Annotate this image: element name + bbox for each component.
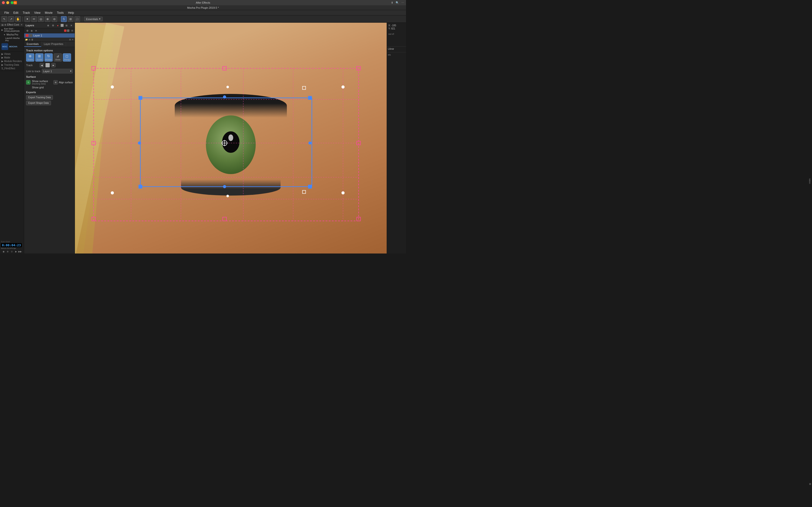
close-button[interactable] [2,1,5,4]
track-btn-scale[interactable]: ⊞ Scale [35,53,44,62]
track-btn-persp[interactable]: ◻ Persp [63,53,71,62]
ae-timecode-row: Eye-Start [1,240,23,243]
panel-folder-icon[interactable]: 📁 [25,38,28,41]
inner-corner-bl [139,185,142,188]
layer-color-icon[interactable]: ● [56,23,60,27]
menu-track[interactable]: Track [21,11,32,15]
ae-ctrl-1[interactable]: ◉ [2,250,5,253]
align-surface-icon[interactable]: ⊞ [53,80,58,84]
panel-close-icon[interactable]: ✕ [20,23,22,26]
panel-copy-icon[interactable]: ⊞ [29,38,31,41]
toolbar-planar-track[interactable]: S [61,16,67,22]
layer-expand-icon[interactable]: ⊞ [71,30,73,32]
ae-eye-start-item[interactable]: ▶ Eye-Start - FP001450PD05 [0,27,24,33]
maximize-button[interactable] [11,1,13,4]
export-shape-data-button[interactable]: Export Shape Data [26,101,51,105]
viewport[interactable] [75,23,387,253]
ae-ctrl-4[interactable]: ▶ [14,250,18,253]
ae-panel-icons: ▤ ⚙ [1,24,6,26]
track-btn-rotate[interactable]: ↻ Rotate [45,53,53,62]
white-corner-br [342,191,345,194]
matte-section[interactable]: ▶ Matte [0,56,24,59]
ae-ctrl-3[interactable]: ⊙ [10,250,13,253]
track-forward-btn[interactable]: ▶ [51,63,56,67]
library-label[interactable]: Librar [388,48,405,50]
views-section[interactable]: ▶ Views [0,52,24,56]
layer-1-row[interactable]: Layer 1 [24,33,75,38]
toolbar-grid-warp[interactable]: ⊞ [68,16,73,22]
menu-file[interactable]: File [2,11,11,15]
ae-fps: 23.976 fps [7,247,16,249]
controls-icon[interactable]: ⋯ [401,1,404,4]
sidebar-divider-2 [0,71,24,71]
layer-gear-icon[interactable]: ⚙ [51,23,55,27]
rotate-label: Rotate [45,58,52,61]
launch-mocha-label: Launch Mocha Pro [5,37,22,42]
window-controls[interactable] [2,1,13,4]
panel-trash-icon[interactable]: 🗑 [31,38,33,41]
toolbar-camera[interactable]: 🎥 [74,16,80,22]
toolbar-remove-point[interactable]: ⊖ [51,16,57,22]
ae-ctrl-5[interactable]: ▶▶ [18,250,22,253]
ae-sidebar: ▤ ⚙ Effect Cont ✕ ▶ Eye-Start - FP001450… [0,23,24,253]
toolbar-add-point[interactable]: ⊕ [45,16,51,22]
mocha-name: MOCHA [9,45,17,48]
export-tracking-data-button[interactable]: Export Tracking Data [26,95,53,100]
s-film-section[interactable]: S_FilmEffect [0,67,24,70]
tab-layer-properties[interactable]: Layer Properties [41,42,66,47]
menu-view[interactable]: View [33,11,43,15]
x-coord: X: -185 [388,24,405,27]
link-to-track-dropdown[interactable]: Layer 1 ▾ [42,69,73,73]
layer-swatch-icon[interactable] [61,24,63,27]
ae-launch-mocha-item[interactable]: Launch Mocha Pro [0,37,24,42]
toolbar-pen-tool[interactable]: ✏ [31,16,37,22]
track-backward-btn[interactable]: ◀ [40,63,44,67]
layer-tool-2[interactable]: ⊕ [30,29,33,32]
share-icon[interactable]: ⬆ [391,1,393,4]
toolbar-create-shape[interactable]: ✦ [24,16,30,22]
inner-corner-tr [308,96,312,100]
views-label: Views [4,53,11,55]
layer-tool-3[interactable]: ✕ [34,29,38,32]
module-renders-section[interactable]: ▶ Module Renders [0,59,24,63]
menu-edit[interactable]: Edit [11,11,20,15]
right-effects-section: ets [387,52,406,57]
toolbar-pan-tool[interactable]: ✋ [15,16,21,22]
search-icon[interactable]: 🔍 [396,1,399,4]
tab-essentials[interactable]: Essentials [24,42,41,47]
skew-icon: ⊿ [56,54,59,58]
ae-ctrl-2[interactable]: ⊕ [6,250,9,253]
layer-tool-1[interactable]: ⚙ [26,29,29,32]
toolbar-separator-3 [82,17,82,21]
right-panel-content: X: -185 Y: 821 out of: [387,23,406,37]
panel-expand-btn[interactable]: ⊞ ✕ [69,38,74,41]
track-btn-skew[interactable]: ⊿ Skew [54,53,62,62]
ae-frame-number: 00119 [1,247,6,249]
ae-mocha-pro-item[interactable]: ▼ Mocha Pro [0,33,24,37]
menu-tools[interactable]: Tools [55,11,65,15]
layers-panel-close-icon[interactable]: ✕ [69,23,73,27]
tracking-data-label: Tracking Data [4,63,19,66]
layer-1-name: Layer 1 [33,34,73,37]
toolbar-select-tool[interactable]: ↗ [8,16,14,22]
layers-panel-expand-icon[interactable]: ⊞ [64,23,68,27]
essentials-panel-mini-header: 📁 ⊞ 🗑 ⊞ ✕ [24,38,75,42]
ae-panel-header: ▤ ⚙ Effect Cont ✕ [0,23,24,27]
essentials-button[interactable]: Essentials ▾ [84,17,103,21]
layer-swatch-gray[interactable] [67,30,69,32]
menu-help[interactable]: Help [66,11,76,15]
toolbar-bezier-tool[interactable]: ◎ [38,16,44,22]
toolbar-arrow-tool[interactable]: ↖ [1,16,7,22]
align-surface-label[interactable]: Align surface [59,81,73,84]
show-grid-label[interactable]: Show grid [32,86,44,89]
layer-swatch-red[interactable] [64,30,66,32]
minimize-button[interactable] [6,1,9,4]
track-btn-trans[interactable]: ⊕ Trans [26,53,34,62]
ae-timecode-display[interactable]: 0:00:04:23 [1,243,23,247]
track-stop-btn[interactable] [45,63,50,67]
layer-add-icon[interactable]: ⊕ [46,23,50,27]
tracking-data-section[interactable]: ▶ Tracking Data [0,63,24,67]
link-to-track-label: Link to track [26,70,40,73]
track-motion-title: Track motion options [26,49,73,52]
menu-movie[interactable]: Movie [43,11,54,15]
